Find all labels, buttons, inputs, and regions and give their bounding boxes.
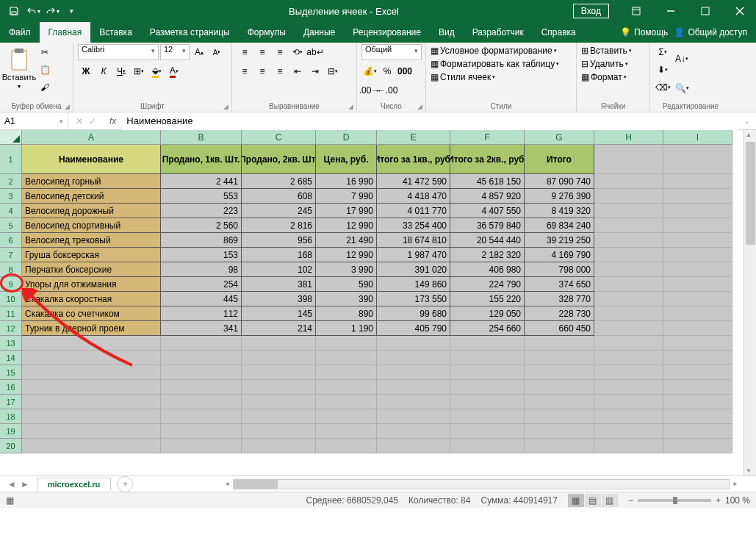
row-header[interactable]: 18 [0,409,22,424]
cell[interactable] [663,424,732,439]
cell[interactable] [316,365,377,380]
cell[interactable]: 45 618 150 [450,174,525,189]
dec-decimal-icon[interactable]: ←.00 [379,82,395,98]
cell[interactable] [663,233,732,248]
cell[interactable] [22,409,161,424]
cell[interactable] [594,306,663,321]
cell[interactable] [22,365,161,380]
cell[interactable] [594,380,663,395]
cell[interactable]: 224 790 [450,277,525,292]
cell[interactable]: 8 419 320 [525,204,594,218]
cell[interactable] [663,277,732,292]
cell[interactable]: 341 [161,321,242,336]
cell[interactable]: 445 [161,292,242,306]
cell[interactable]: 228 730 [525,306,594,321]
cell[interactable] [663,204,732,218]
fill-icon[interactable]: ⬇▾ [655,62,671,78]
cell[interactable]: 2 816 [242,218,316,233]
cell[interactable]: 102 [242,262,316,277]
cell[interactable] [161,336,242,351]
increase-font-icon[interactable]: A▴ [191,44,207,60]
cell[interactable]: Велосипед детский [22,189,161,204]
cell[interactable] [525,439,594,453]
cell[interactable] [377,380,450,395]
indent-inc-icon[interactable]: ⇥ [307,63,323,79]
find-icon[interactable]: 🔍▾ [674,75,690,101]
cell[interactable] [663,218,732,233]
cell[interactable]: 149 860 [377,277,450,292]
row-header[interactable]: 11 [0,306,22,321]
row-header[interactable]: 15 [0,365,22,380]
name-box[interactable]: A1 [0,112,68,130]
maximize-icon[interactable] [688,0,721,22]
cell[interactable] [316,336,377,351]
cell[interactable]: 1 190 [316,321,377,336]
row-header[interactable]: 7 [0,248,22,262]
fill-color-icon[interactable]: ⬙▾ [148,63,165,79]
cell[interactable]: 590 [316,277,377,292]
cell[interactable] [450,351,525,365]
row-header[interactable]: 20 [0,439,22,453]
paste-button[interactable]: Вставить ▾ [4,44,34,93]
expand-icon[interactable]: ◢ [65,103,70,110]
cell[interactable] [663,248,732,262]
cell[interactable]: 254 660 [450,321,525,336]
cell[interactable]: Турник в дверной проем [22,321,161,336]
menu-view[interactable]: Вид [430,22,464,43]
cell[interactable] [594,336,663,351]
cell[interactable]: 4 407 550 [450,204,525,218]
cell[interactable]: 223 [161,204,242,218]
cell[interactable] [525,424,594,439]
cell[interactable]: 16 990 [316,174,377,189]
expand-icon[interactable]: ◢ [348,103,353,110]
cell[interactable] [22,424,161,439]
cell[interactable]: 1 987 470 [377,248,450,262]
menu-data[interactable]: Данные [295,22,344,43]
col-header[interactable]: F [450,130,525,145]
horizontal-scrollbar[interactable]: ◄ ► [133,479,756,489]
col-header[interactable]: E [377,130,450,145]
cell[interactable] [663,262,732,277]
cell[interactable] [242,439,316,453]
col-header[interactable]: G [525,130,594,145]
cell[interactable] [242,395,316,409]
align-right-icon[interactable]: ≡ [272,63,288,79]
cell[interactable] [663,189,732,204]
cell[interactable] [161,439,242,453]
row-header[interactable]: 12 [0,321,22,336]
cell[interactable] [316,409,377,424]
cell[interactable]: Продано, 2кв. Шт. [242,145,316,174]
col-header[interactable]: H [594,130,663,145]
cell[interactable]: 254 [161,277,242,292]
cell[interactable]: 3 990 [316,262,377,277]
cell[interactable]: 214 [242,321,316,336]
cell[interactable]: Итого за 2кв., руб. [450,145,525,174]
cell[interactable] [377,409,450,424]
cell[interactable]: 129 050 [450,306,525,321]
italic-button[interactable]: К [96,63,112,79]
cell[interactable] [525,336,594,351]
select-all-corner[interactable] [0,130,22,145]
cell[interactable]: Скакалка со счетчиком [22,306,161,321]
cell[interactable] [242,365,316,380]
cells-grid[interactable]: НаименованиеПродано, 1кв. Шт.Продано, 2к… [22,145,732,453]
enter-formula-icon[interactable]: ✓ [89,116,96,126]
col-header[interactable]: A [22,130,161,145]
cell[interactable] [242,424,316,439]
cell[interactable] [450,439,525,453]
cell[interactable]: 398 [242,292,316,306]
cell[interactable]: 405 790 [377,321,450,336]
bold-button[interactable]: Ж [78,63,94,79]
cell[interactable] [161,424,242,439]
cut-icon[interactable]: ✂ [37,44,53,60]
cell[interactable] [377,395,450,409]
ribbon-options-icon[interactable] [619,0,652,22]
cell[interactable] [450,395,525,409]
cell[interactable]: 381 [242,277,316,292]
menu-formulas[interactable]: Формулы [239,22,295,43]
cell[interactable]: 553 [161,189,242,204]
cell[interactable] [450,336,525,351]
cell[interactable]: Наименование [22,145,161,174]
cell[interactable] [594,233,663,248]
redo-icon[interactable]: ▾ [44,3,60,19]
